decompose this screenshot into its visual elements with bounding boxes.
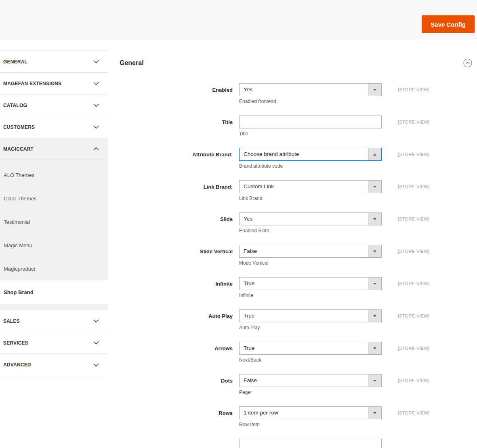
sidebar-item-color-themes[interactable]: Color Themes [0,187,108,210]
enabled-select[interactable]: Yes [239,83,382,96]
collapse-circle-icon [463,59,472,67]
field-note: Auto Play [239,325,382,330]
sidebar-section-magiccart-expanded: MAGICCART ALO Themes Color Themes Testim… [0,138,108,310]
sidebar-item-testimonial[interactable]: Testimonial [0,210,108,233]
chevron-down-icon [368,84,381,96]
magiccart-subnav: ALO Themes Color Themes Testimonial Magi… [0,160,108,310]
field-label: Link Brand: [108,180,233,190]
chevron-down-icon [93,363,99,367]
select-value: True [240,310,368,322]
rows-select[interactable]: 1 item per row [239,406,382,419]
section-label: MAGEFAN EXTENSIONS [3,81,61,86]
slide-select[interactable]: Yes [239,212,382,225]
select-value: True [240,278,368,290]
field-note: Brand attribute code [239,163,382,169]
general-config-form: Enabled Yes Enabled frontend [STORE VIEW… [108,83,477,448]
field-label: Rows [108,406,233,416]
field-row-title: Title Title [STORE VIEW] [108,116,477,137]
select-value: Yes [240,84,368,96]
field-note: Pager [239,389,382,395]
scope-label: [STORE VIEW] [398,180,430,189]
section-label: GENERAL [3,59,27,65]
config-nav-sidebar: GENERAL MAGEFAN EXTENSIONS CATALOG CUSTO… [0,50,108,376]
field-label: Slide Vertical [108,245,233,254]
select-value: Choose brand attribute [240,148,368,160]
field-label: Title [108,116,233,125]
title-input[interactable] [239,116,382,128]
field-row-link-brand: Link Brand: Custom Link Link Brand [STOR… [108,180,477,201]
select-value: Custom Link [240,181,368,193]
scope-label: [STORE VIEW] [398,277,430,286]
collapse-section-button[interactable] [463,59,472,67]
field-row-arrows: Arrows True Next/Back [STORE VIEW] [108,342,477,363]
select-value: False [240,245,368,257]
field-note: Link Brand [239,196,382,201]
infinite-select[interactable]: True [239,277,382,290]
chevron-down-icon [93,82,99,85]
chevron-down-icon [368,342,381,354]
scope-label: [STORE VIEW] [398,116,430,124]
next-field-partial[interactable] [239,439,382,448]
dots-select[interactable]: False [239,374,382,387]
chevron-down-icon [368,213,381,225]
chevron-down-icon [93,341,99,345]
chevron-down-icon [93,60,99,63]
scope-label: [STORE VIEW] [398,309,430,318]
field-row-auto-play: Auto Play True Auto Play [STORE VIEW] [108,309,477,330]
field-note: Mode Vertical [239,260,382,266]
scope-label: [STORE VIEW] [398,406,430,415]
chevron-down-icon [93,125,99,129]
sidebar-section-general[interactable]: GENERAL [0,51,108,73]
link-brand-select[interactable]: Custom Link [239,180,382,193]
field-row-slide-vertical: Slide Vertical False Mode Vertical [STOR… [108,245,477,266]
sidebar-section-advanced[interactable]: ADVANCED [0,354,108,376]
save-config-button[interactable]: Save Config [422,15,475,33]
scope-label: [STORE VIEW] [398,148,430,157]
arrows-select[interactable]: True [239,342,382,355]
field-note: Enabled frontend [239,99,382,104]
chevron-down-icon [368,245,381,257]
scope-label: [STORE VIEW] [398,212,430,221]
select-value: True [240,342,368,354]
chevron-down-icon [368,374,381,387]
page-title: General [120,59,144,66]
sidebar-section-customers[interactable]: CUSTOMERS [0,116,108,138]
sidebar-section-sales[interactable]: SALES [0,310,108,332]
section-label: MAGICCART [3,146,34,152]
sidebar-item-shop-brand[interactable]: Shop Brand [0,280,108,304]
field-label: Infinite [108,277,233,287]
scope-label: [STORE VIEW] [398,245,430,254]
field-note: Row Item [239,422,382,427]
chevron-down-icon [368,310,381,322]
sidebar-item-magic-menu[interactable]: Magic Menu [0,233,108,257]
sidebar-item-alo-themes[interactable]: ALO Themes [0,163,108,187]
select-value: Yes [240,213,368,225]
chevron-up-icon [368,148,381,160]
scope-label: [STORE VIEW] [398,374,430,383]
scope-label: [STORE VIEW] [398,83,430,92]
general-section-header: General [108,39,477,67]
auto-play-select[interactable]: True [239,309,382,322]
config-main-panel: General Enabled Yes Enabled frontend [ST… [108,39,477,448]
sidebar-section-magiccart[interactable]: MAGICCART [0,138,108,160]
sidebar-item-magicproduct[interactable]: Magicproduct [0,257,108,280]
chevron-down-icon [93,103,99,107]
slide-vertical-select[interactable]: False [239,245,382,258]
attribute-brand-select[interactable]: Choose brand attribute [239,148,382,161]
field-row-infinite: Infinite True Infinite [STORE VIEW] [108,277,477,298]
select-value: False [240,374,368,387]
chevron-up-icon [93,147,99,151]
section-label: SALES [3,318,20,324]
sidebar-section-magefan-extensions[interactable]: MAGEFAN EXTENSIONS [0,73,108,95]
field-row-attribute-brand: Attribute Brand: Choose brand attribute … [108,148,477,169]
field-row-slide: Slide Yes Enabled Slide [STORE VIEW] [108,212,477,233]
field-label: Dots [108,374,233,384]
field-label: Enabled [108,83,233,93]
sidebar-section-catalog[interactable]: CATALOG [0,95,108,116]
chevron-down-icon [368,278,381,290]
field-row-rows: Rows 1 item per row Row Item [STORE VIEW… [108,406,477,427]
sidebar-section-services[interactable]: SERVICES [0,332,108,354]
field-row-enabled: Enabled Yes Enabled frontend [STORE VIEW… [108,83,477,104]
select-value: 1 item per row [240,407,368,419]
field-note: Next/Back [239,357,382,363]
